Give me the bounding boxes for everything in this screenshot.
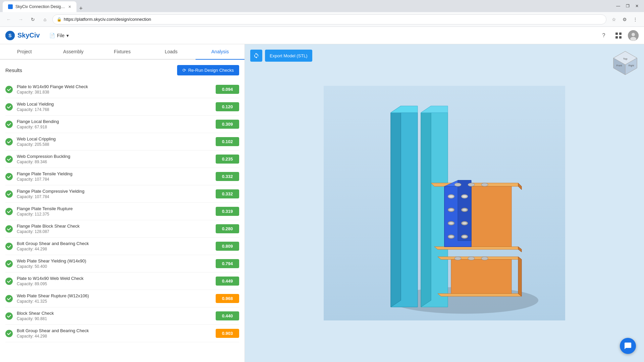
tab-favicon	[8, 4, 13, 9]
reload-button[interactable]: ↻	[28, 15, 38, 24]
result-info: Plate to W14x90 Flange Weld Check Capaci…	[17, 84, 216, 95]
result-value-badge: 0.120	[216, 102, 239, 111]
svg-point-7	[632, 33, 635, 36]
tab-project[interactable]: Project	[0, 44, 49, 60]
svg-marker-39	[438, 294, 522, 296]
svg-point-47	[463, 195, 467, 197]
check-icon	[5, 103, 13, 111]
file-dropdown-icon: ▾	[66, 33, 69, 38]
svg-point-23	[5, 330, 13, 337]
panel-tabs: Project Assembly Fixtures Loads Analysis	[0, 44, 245, 60]
home-button[interactable]: ⌂	[40, 15, 50, 24]
result-info: Block Shear Check Capacity: 90.881	[17, 311, 216, 321]
rotate-view-button[interactable]	[250, 50, 262, 62]
export-model-button[interactable]: Export Model (STL)	[265, 50, 312, 62]
tab-title: SkyCiv Connection Design | Sky...	[15, 4, 66, 9]
check-icon	[5, 225, 13, 233]
address-bar[interactable]: 🔒 https://platform.skyciv.com/design/con…	[52, 14, 606, 24]
result-item: Plate to W14x90 Flange Weld Check Capaci…	[5, 81, 239, 98]
result-item: Flange Plate Compressive Yielding Capaci…	[5, 185, 239, 203]
svg-point-19	[5, 260, 13, 267]
result-value-badge: 0.968	[216, 294, 239, 303]
result-capacity: Capacity: 50.400	[17, 264, 216, 269]
rerun-icon: ⟳	[182, 68, 186, 73]
result-value-badge: 0.280	[216, 224, 239, 233]
svg-point-17	[5, 225, 13, 233]
svg-marker-32	[431, 183, 522, 186]
app-header: S SkyCiv 📄 File ▾ ?	[0, 27, 644, 44]
tab-loads[interactable]: Loads	[147, 44, 196, 60]
rerun-label: Re-Run Design Checks	[188, 68, 234, 73]
check-icon	[5, 330, 13, 337]
result-value-badge: 0.903	[216, 329, 239, 338]
check-icon	[5, 121, 13, 128]
result-item: Plate to W14x90 Web Weld Check Capacity:…	[5, 273, 239, 290]
result-info: Bolt Group Shear and Bearing Check Capac…	[17, 241, 216, 251]
window-minimize-button[interactable]: —	[614, 2, 623, 10]
result-value-badge: 0.319	[216, 207, 239, 216]
back-button[interactable]: ←	[4, 15, 13, 24]
browser-titlebar: SkyCiv Connection Design | Sky... × + — …	[0, 0, 644, 12]
menu-button[interactable]: ⋮	[631, 15, 640, 24]
result-info: Web Plate Shear Yielding (W14x90) Capaci…	[17, 258, 216, 269]
svg-text:S: S	[8, 33, 11, 38]
results-list: Plate to W14x90 Flange Weld Check Capaci…	[5, 81, 239, 342]
result-name: Web Local Yielding	[17, 102, 216, 107]
tab-assembly[interactable]: Assembly	[49, 44, 98, 60]
svg-point-16	[5, 208, 13, 215]
help-button[interactable]: ?	[598, 30, 609, 41]
new-tab-button[interactable]: +	[76, 5, 86, 12]
chat-button[interactable]	[620, 338, 636, 354]
svg-rect-5	[619, 36, 622, 39]
viewer-toolbar: Export Model (STL)	[250, 50, 312, 62]
result-info: Bolt Group Shear and Bearing Check Capac…	[17, 328, 216, 339]
bookmarks-button[interactable]: ☆	[609, 15, 619, 24]
svg-rect-3	[619, 33, 622, 35]
apps-grid-button[interactable]	[613, 30, 624, 41]
svg-point-11	[5, 121, 13, 128]
result-item: Flange Local Bending Capacity: 67.918 0.…	[5, 116, 239, 133]
check-icon	[5, 243, 13, 250]
result-name: Block Shear Check	[17, 311, 216, 316]
result-capacity: Capacity: 107.784	[17, 194, 216, 199]
result-value-badge: 0.332	[216, 189, 239, 198]
extensions-button[interactable]: ⚙	[620, 15, 629, 24]
header-right: ?	[598, 30, 639, 41]
svg-point-57	[449, 236, 453, 238]
svg-point-18	[5, 243, 13, 250]
file-icon: 📄	[49, 33, 55, 38]
result-item: Block Shear Check Capacity: 90.881 0.440	[5, 307, 239, 325]
avatar[interactable]	[628, 30, 639, 41]
result-name: Flange Plate Compressive Yielding	[17, 189, 216, 194]
result-value-badge: 0.440	[216, 311, 239, 320]
svg-text:Top: Top	[623, 57, 628, 60]
forward-button[interactable]: →	[16, 15, 25, 24]
result-name: Bolt Group Shear and Bearing Check	[17, 241, 216, 246]
window-restore-button[interactable]: ❐	[623, 2, 632, 10]
result-item: Web Plate Shear Rupture (W12x106) Capaci…	[5, 290, 239, 307]
result-name: Flange Plate Tensile Rupture	[17, 206, 216, 211]
result-value-badge: 0.094	[216, 85, 239, 94]
url-text: https://platform.skyciv.com/design/conne…	[64, 17, 602, 22]
tab-analysis[interactable]: Analysis	[196, 44, 245, 60]
rerun-design-checks-button[interactable]: ⟳ Re-Run Design Checks	[177, 65, 239, 75]
result-item: Flange Plate Block Shear Check Capacity:…	[5, 220, 239, 238]
result-name: Flange Local Bending	[17, 119, 216, 124]
result-capacity: Capacity: 67.918	[17, 125, 216, 129]
result-item: Web Local Crippling Capacity: 205.588 0.…	[5, 133, 239, 150]
results-title: Results	[5, 65, 22, 75]
results-panel[interactable]: Results ⟳ Re-Run Design Checks Plate to …	[0, 60, 245, 362]
active-browser-tab[interactable]: SkyCiv Connection Design | Sky... ×	[3, 1, 76, 12]
result-name: Bolt Group Shear and Bearing Check	[17, 328, 216, 333]
result-item: Web Local Yielding Capacity: 174.768 0.1…	[5, 98, 239, 116]
cube-navigator[interactable]: Top Right Front	[612, 50, 639, 76]
tab-close-button[interactable]: ×	[68, 4, 71, 9]
result-info: Flange Plate Tensile Yielding Capacity: …	[17, 171, 216, 182]
file-menu-button[interactable]: 📄 File ▾	[45, 31, 73, 40]
right-panel: Export Model (STL)	[245, 44, 644, 362]
svg-marker-30	[421, 106, 431, 307]
window-close-button[interactable]: ✕	[633, 2, 641, 10]
check-icon	[5, 173, 13, 180]
tab-fixtures[interactable]: Fixtures	[98, 44, 147, 60]
result-name: Web Local Crippling	[17, 136, 216, 141]
